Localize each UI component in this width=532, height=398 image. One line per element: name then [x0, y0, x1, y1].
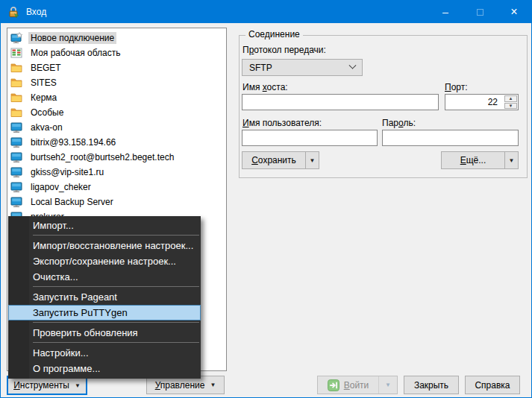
workspace-icon	[10, 47, 22, 59]
list-item-site[interactable]: bitrix@93.158.194.66	[7, 135, 226, 150]
username-label: Имя пользователя:	[242, 118, 322, 128]
port-field: ▲ ▼	[445, 94, 519, 110]
dropdown-icon: ▼	[210, 382, 216, 388]
more-button[interactable]: Ещё...	[442, 152, 504, 168]
dropdown-icon: ▼	[385, 382, 391, 388]
list-item-site[interactable]: akva-on	[7, 120, 226, 135]
password-input[interactable]	[382, 130, 519, 146]
protocol-select[interactable]: SFTP	[242, 59, 363, 76]
list-item-site[interactable]: gkiss@vip-site1.ru	[7, 165, 226, 180]
menu-separator	[33, 286, 199, 287]
list-item-label: SITES	[28, 77, 59, 89]
list-item-label: burtseh2_root@burtseh2.beget.tech	[28, 151, 176, 163]
menu-separator	[33, 235, 199, 236]
host-label: Имя хоста:	[242, 82, 288, 92]
folder-icon	[10, 92, 22, 104]
titlebar: Вход – ×	[1, 1, 531, 23]
close-icon: ×	[510, 5, 517, 19]
login-dialog: Вход – × Новое подключение Моя рабочая о…	[0, 0, 532, 398]
window-title: Вход	[26, 7, 46, 17]
chevron-down-icon	[349, 62, 357, 69]
server-icon	[10, 151, 22, 163]
server-icon	[10, 181, 22, 193]
close-dialog-button[interactable]: Закрыть	[404, 376, 459, 394]
help-button[interactable]: Справка	[465, 376, 520, 394]
list-item-label: BEGET	[28, 62, 63, 74]
manage-button-label: Управление	[155, 380, 205, 391]
menu-item-export-save[interactable]: Экспорт/сохранение настроек...	[8, 253, 201, 269]
list-item-label: Керма	[28, 92, 59, 104]
folder-icon	[10, 77, 22, 89]
list-item-site[interactable]: ligapov_cheker	[7, 180, 226, 195]
list-item-label: Моя рабочая область	[28, 47, 122, 59]
list-item-label: Новое подключение	[28, 32, 116, 44]
maximize-icon	[477, 9, 484, 16]
spin-down-icon[interactable]: ▼	[504, 103, 517, 110]
port-input[interactable]	[445, 95, 501, 110]
folder-icon	[10, 62, 22, 74]
menu-item-import-restore[interactable]: Импорт/восстановление настроек...	[8, 238, 201, 253]
menu-separator	[33, 322, 199, 323]
list-item-site[interactable]: burtseh2_root@burtseh2.beget.tech	[7, 150, 226, 165]
new-session-icon	[10, 32, 22, 44]
caption-buttons: – ×	[428, 1, 531, 23]
help-button-label: Справка	[475, 380, 510, 391]
protocol-label: Протокол передачи:	[242, 45, 326, 55]
list-item-site[interactable]: Local Backup Server	[7, 195, 226, 209]
close-button[interactable]: ×	[497, 1, 531, 23]
folder-icon	[10, 107, 22, 119]
login-button: Войти	[318, 376, 378, 394]
minimize-icon: –	[442, 7, 448, 17]
menu-item-import[interactable]: Импорт...	[8, 218, 201, 233]
save-button[interactable]: Сохранить	[242, 152, 305, 168]
port-label: Порт:	[445, 82, 468, 92]
more-split-button: Ещё... ▼	[441, 151, 519, 169]
winscp-lock-icon	[7, 6, 19, 18]
login-icon	[328, 379, 339, 391]
list-item-folder[interactable]: SITES	[7, 75, 226, 90]
tools-button-label: Инструменты	[13, 380, 69, 391]
password-label: Пароль:	[382, 118, 416, 128]
save-split-button: Сохранить ▼	[242, 151, 319, 169]
list-item-label: gkiss@vip-site1.ru	[28, 166, 106, 178]
list-item-folder[interactable]: BEGET	[7, 60, 226, 75]
list-item-folder[interactable]: Особые	[7, 105, 226, 120]
menu-item-preferences[interactable]: Настройки...	[8, 345, 201, 361]
server-icon	[10, 166, 22, 178]
login-split-button: Войти ▼	[317, 376, 398, 394]
host-input[interactable]	[242, 94, 439, 110]
menu-item-run-pageant[interactable]: Запустить Pageant	[8, 289, 201, 305]
list-item-workspace[interactable]: Моя рабочая область	[7, 45, 226, 60]
list-item-folder[interactable]: Керма	[7, 90, 226, 105]
server-icon	[10, 121, 22, 133]
menu-item-about[interactable]: О программе...	[8, 361, 201, 376]
menu-item-cleanup[interactable]: Очистка...	[8, 269, 201, 285]
menu-item-check-updates[interactable]: Проверить обновления	[8, 325, 201, 341]
close-button-label: Закрыть	[414, 380, 448, 391]
list-item-label: akva-on	[28, 121, 65, 133]
minimize-button[interactable]: –	[428, 1, 463, 23]
list-item-new-session[interactable]: Новое подключение	[7, 31, 226, 45]
maximize-button	[463, 1, 497, 23]
login-button-label: Войти	[344, 380, 369, 391]
login-dropdown-button: ▼	[378, 376, 397, 394]
username-input[interactable]	[242, 130, 378, 146]
server-icon	[10, 196, 22, 208]
more-dropdown-button[interactable]: ▼	[504, 152, 518, 168]
list-item-label: bitrix@93.158.194.66	[28, 136, 118, 148]
dropdown-icon: ▼	[75, 382, 81, 389]
server-icon	[10, 136, 22, 148]
list-item-label: Особые	[28, 107, 66, 119]
group-title: Соединение	[245, 29, 303, 40]
list-item-label: Local Backup Server	[28, 196, 116, 208]
port-spinner: ▲ ▼	[504, 95, 517, 109]
dropdown-icon: ▼	[310, 157, 316, 164]
spin-up-icon[interactable]: ▲	[504, 95, 517, 102]
menu-item-run-puttygen[interactable]: Запустить PuTTYgen	[8, 305, 201, 320]
protocol-value: SFTP	[249, 63, 272, 73]
connection-group: Соединение Протокол передачи: SFTP Имя х…	[239, 35, 528, 178]
dropdown-icon: ▼	[509, 157, 515, 164]
save-dropdown-button[interactable]: ▼	[305, 152, 319, 168]
tools-context-menu: Импорт... Импорт/восстановление настроек…	[8, 216, 201, 379]
menu-separator	[33, 342, 199, 343]
